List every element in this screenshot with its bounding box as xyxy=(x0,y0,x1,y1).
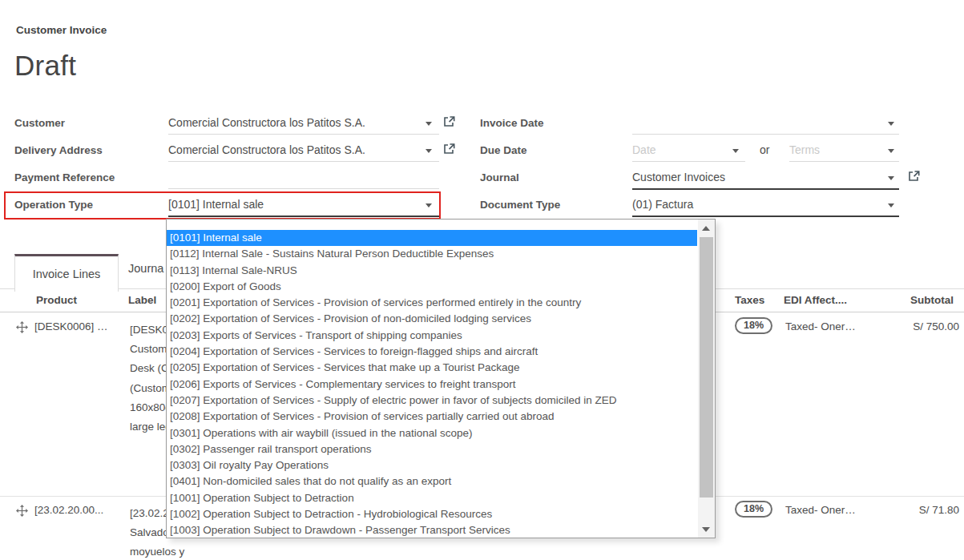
customer-field[interactable]: Comercial Constructora los Patitos S.A. xyxy=(168,116,365,129)
journal-caret-icon[interactable] xyxy=(888,176,894,180)
tab-invoice-lines[interactable]: Invoice Lines xyxy=(14,254,119,292)
customer-label: Customer xyxy=(14,117,65,129)
dropdown-option[interactable]: [0303] Oil royalty Pay Operations xyxy=(167,457,697,473)
payment-reference-label: Payment Reference xyxy=(14,171,115,183)
column-label: Label xyxy=(128,294,156,306)
active-tab-gap xyxy=(15,288,116,289)
dropdown-option[interactable]: [0201] Exportation of Services - Provisi… xyxy=(167,295,697,311)
tab-journal-items[interactable]: Journa xyxy=(128,262,163,275)
dropdown-option[interactable]: [0202] Exportation of Services - Provisi… xyxy=(167,311,697,327)
dropdown-option[interactable]: [0204] Exportation of Services - Service… xyxy=(167,344,697,360)
due-date-label: Due Date xyxy=(480,144,527,156)
row2-tax-badge[interactable]: 18% xyxy=(735,501,772,518)
column-taxes: Taxes xyxy=(735,294,764,306)
dropdown-option[interactable]: [0207] Exportation of Services - Supply … xyxy=(167,393,697,409)
row2-drag-handle-icon[interactable] xyxy=(16,505,28,520)
dropdown-option[interactable]: [1001] Operation Subject to Detraction xyxy=(167,490,697,506)
operation-type-dropdown-list: [0101] Internal sale [0112] Internal Sal… xyxy=(166,219,716,538)
dropdown-option[interactable]: [0112] Internal Sale - Sustains Natural … xyxy=(167,246,697,262)
dropdown-option[interactable]: [0113] Internal Sale-NRUS xyxy=(167,263,697,279)
row1-tax-badge[interactable]: 18% xyxy=(735,317,772,334)
invoice-date-label: Invoice Date xyxy=(480,117,544,129)
delivery-address-dropdown-caret-icon[interactable] xyxy=(426,149,432,153)
dropdown-option[interactable]: [0401] Non-domiciled sales that do not q… xyxy=(167,473,697,489)
dropdown-option[interactable]: [0205] Exportation of Services - Service… xyxy=(167,360,697,376)
due-date-underline xyxy=(632,161,745,162)
due-date-date-field[interactable]: Date xyxy=(632,143,656,156)
dropdown-option[interactable]: [0301] Operations with air waybill (issu… xyxy=(167,425,697,441)
payment-terms-underline xyxy=(789,161,899,162)
customer-dropdown-caret-icon[interactable] xyxy=(426,122,432,126)
delivery-address-external-link-icon[interactable] xyxy=(443,143,455,158)
row1-subtotal-cell: S/ 750.00 xyxy=(831,320,959,332)
dropdown-scrollbar[interactable] xyxy=(698,220,715,538)
delivery-address-underline xyxy=(168,161,439,162)
scrollbar-thumb[interactable] xyxy=(700,237,713,498)
journal-label: Journal xyxy=(480,171,519,183)
payment-terms-caret-icon[interactable] xyxy=(888,149,894,153)
dropdown-option[interactable]: [1003] Operation Subject to Drawdown - P… xyxy=(167,522,697,538)
customer-external-link-icon[interactable] xyxy=(443,116,455,131)
dropdown-option[interactable]: [1002] Operation Subject to Detraction -… xyxy=(167,506,697,522)
row1-drag-handle-icon[interactable] xyxy=(16,321,28,336)
dropdown-option[interactable]: [0302] Passenger rail transport operatio… xyxy=(167,441,697,457)
status-title: Draft xyxy=(14,50,76,82)
dropdown-option[interactable]: [0101] Internal sale xyxy=(167,230,697,246)
dropdown-option[interactable]: [0200] Export of Goods xyxy=(167,279,697,295)
delivery-address-label: Delivery Address xyxy=(14,144,103,156)
invoice-date-underline xyxy=(632,134,899,135)
due-date-caret-icon[interactable] xyxy=(732,149,739,153)
dropdown-option[interactable]: [0206] Exports of Services - Complementa… xyxy=(167,377,697,393)
document-type-field[interactable]: (01) Factura xyxy=(632,198,693,211)
scroll-down-icon[interactable] xyxy=(702,527,710,532)
scroll-up-icon[interactable] xyxy=(702,226,710,231)
column-product: Product xyxy=(36,294,77,306)
row1-product-cell[interactable]: [DESK0006] … xyxy=(34,320,108,332)
document-type-underline xyxy=(632,216,899,217)
row2-product-cell[interactable]: [23.02.20.00... xyxy=(34,504,103,516)
operation-type-highlight-box xyxy=(4,191,441,220)
document-type-heading: Customer Invoice xyxy=(16,24,107,36)
document-type-label: Document Type xyxy=(480,199,560,211)
journal-field[interactable]: Customer Invoices xyxy=(632,171,725,183)
payment-terms-field[interactable]: Terms xyxy=(789,143,820,156)
payment-reference-underline xyxy=(168,188,439,189)
invoice-date-caret-icon[interactable] xyxy=(888,122,894,126)
due-date-or-text: or xyxy=(760,143,769,156)
tab-invoice-lines-label: Invoice Lines xyxy=(33,268,101,280)
customer-underline xyxy=(168,134,439,135)
delivery-address-field[interactable]: Comercial Constructora los Patitos S.A. xyxy=(168,143,365,156)
dropdown-option[interactable]: [0208] Exportation of Services - Provisi… xyxy=(167,409,697,425)
row2-subtotal-cell: S/ 71.80 xyxy=(831,504,959,516)
journal-external-link-icon[interactable] xyxy=(908,171,920,185)
document-type-caret-icon[interactable] xyxy=(888,203,894,207)
journal-underline xyxy=(632,188,899,190)
column-subtotal: Subtotal xyxy=(825,294,954,306)
invoice-form-page: Customer Invoice Draft Customer Comercia… xyxy=(0,0,964,560)
dropdown-option[interactable]: [0203] Exports of Services - Transport o… xyxy=(167,328,697,344)
